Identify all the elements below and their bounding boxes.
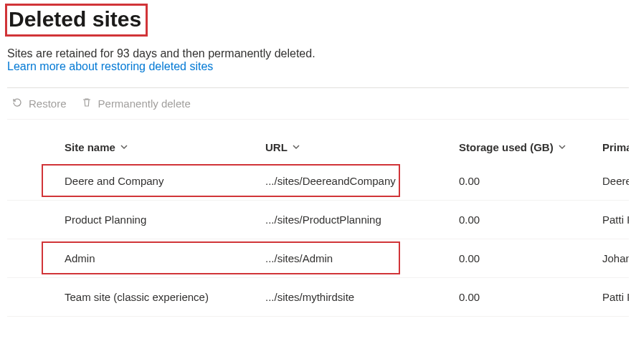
restore-icon <box>11 97 23 110</box>
permanently-delete-label: Permanently delete <box>98 97 191 110</box>
admin-cell: Patti Fer <box>595 201 629 239</box>
site-url-cell[interactable]: .../sites/mythirdsite <box>258 278 452 317</box>
learn-more-link[interactable]: Learn more about restoring deleted sites <box>7 60 213 73</box>
column-primary-admin[interactable]: Primary admin <box>602 141 629 153</box>
site-name-cell[interactable]: Admin <box>57 239 258 278</box>
page-title-highlight: Deleted sites <box>7 6 146 34</box>
column-url-label: URL <box>265 141 288 153</box>
site-name-cell[interactable]: Team site (classic experience) <box>57 278 258 317</box>
restore-button[interactable]: Restore <box>11 97 67 110</box>
column-storage-label: Storage used (GB) <box>459 141 554 153</box>
table-row[interactable]: Product Planning.../sites/ProductPlannin… <box>7 201 629 239</box>
storage-cell: 0.00 <box>452 201 595 239</box>
chevron-down-icon <box>292 141 300 153</box>
admin-cell: Johanna <box>595 239 629 278</box>
site-name-cell[interactable]: Product Planning <box>57 201 258 239</box>
page-title: Deleted sites <box>7 6 146 34</box>
admin-cell: Deere a <box>595 162 629 201</box>
site-url-cell[interactable]: .../sites/ProductPlanning <box>258 201 452 239</box>
permanently-delete-button[interactable]: Permanently delete <box>81 97 191 110</box>
chevron-down-icon <box>120 141 128 153</box>
admin-cell: Patti Fer <box>595 278 629 317</box>
storage-cell: 0.00 <box>452 239 595 278</box>
toolbar: Restore Permanently delete <box>7 88 629 120</box>
column-storage[interactable]: Storage used (GB) <box>459 141 566 153</box>
site-url-cell[interactable]: .../sites/Admin <box>258 239 452 278</box>
column-site-name[interactable]: Site name <box>65 141 128 153</box>
storage-cell: 0.00 <box>452 162 595 201</box>
row-select-cell[interactable] <box>7 239 57 278</box>
column-url[interactable]: URL <box>265 141 300 153</box>
storage-cell: 0.00 <box>452 278 595 317</box>
table-row[interactable]: Deere and Company.../sites/DeereandCompa… <box>7 162 629 201</box>
site-url-cell[interactable]: .../sites/DeereandCompany <box>258 162 452 201</box>
column-primary-admin-label: Primary admin <box>602 141 629 153</box>
retention-text: Sites are retained for 93 days and then … <box>7 47 629 60</box>
row-select-cell[interactable] <box>7 201 57 239</box>
chevron-down-icon <box>558 141 566 153</box>
table-row[interactable]: Team site (classic experience).../sites/… <box>7 278 629 317</box>
row-select-cell[interactable] <box>7 162 57 201</box>
site-name-cell[interactable]: Deere and Company <box>57 162 258 201</box>
sites-table: Site name URL <box>7 120 629 317</box>
trash-icon <box>81 97 92 110</box>
restore-label: Restore <box>29 97 67 110</box>
table-row[interactable]: Admin.../sites/Admin0.00Johanna <box>7 239 629 278</box>
column-site-name-label: Site name <box>65 141 115 153</box>
row-select-cell[interactable] <box>7 278 57 317</box>
